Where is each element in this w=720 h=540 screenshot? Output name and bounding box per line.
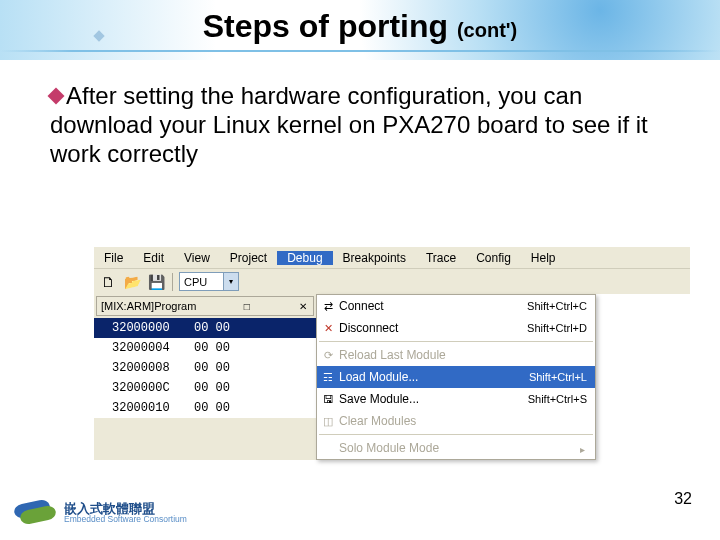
menu-save-module[interactable]: 🖫 Save Module... Shift+Ctrl+S — [317, 388, 595, 410]
menu-disconnect[interactable]: ✕ Disconnect Shift+Ctrl+D — [317, 317, 595, 339]
menu-shortcut: Shift+Ctrl+S — [528, 393, 587, 405]
separator — [172, 273, 173, 291]
page-number: 32 — [674, 490, 692, 508]
memory-row[interactable]: 3200000C 00 00 — [94, 378, 316, 398]
memory-table: 32000000 00 00 32000004 00 00 32000008 0… — [94, 318, 316, 418]
menu-shortcut: Shift+Ctrl+L — [529, 371, 587, 383]
title-sub: (cont') — [457, 19, 517, 41]
dropdown-arrow-icon: ▾ — [223, 273, 238, 290]
connect-icon: ⇄ — [317, 300, 339, 313]
logo-en: Embedded Software Consortium — [64, 515, 187, 524]
menu-load-module[interactable]: ☶ Load Module... Shift+Ctrl+L — [317, 366, 595, 388]
memory-row[interactable]: 32000000 00 00 — [94, 318, 316, 338]
program-title: [MIX:ARM]Program — [101, 300, 196, 312]
program-pane: [MIX:ARM]Program □ ✕ 32000000 00 00 3200… — [94, 294, 316, 460]
menu-shortcut: Shift+Ctrl+C — [527, 300, 587, 312]
mem-addr: 32000010 — [94, 401, 194, 415]
menu-label: Solo Module Mode — [339, 441, 587, 455]
memory-row[interactable]: 32000004 00 00 — [94, 338, 316, 358]
debug-dropdown: ⇄ Connect Shift+Ctrl+C ✕ Disconnect Shif… — [316, 294, 596, 460]
menu-shortcut: Shift+Ctrl+D — [527, 322, 587, 334]
menu-solo-mode: Solo Module Mode — [317, 437, 595, 459]
menu-label: Load Module... — [339, 370, 529, 384]
slide-title: Steps of porting (cont') — [0, 8, 720, 45]
menubar: File Edit View Project Debug Breakpoints… — [94, 246, 690, 268]
mem-addr: 3200000C — [94, 381, 194, 395]
content-row: [MIX:ARM]Program □ ✕ 32000000 00 00 3200… — [94, 294, 690, 460]
ide-screenshot: File Edit View Project Debug Breakpoints… — [94, 246, 690, 460]
body-text: After setting the hardware configuration… — [50, 82, 648, 167]
close-icon[interactable]: ✕ — [297, 301, 309, 312]
mem-hex: 00 00 — [194, 321, 316, 335]
mem-addr: 32000000 — [94, 321, 194, 335]
menu-debug[interactable]: Debug — [277, 251, 332, 265]
logo-text: 嵌入式軟體聯盟 Embedded Software Consortium — [64, 502, 187, 524]
menu-label: Clear Modules — [339, 414, 587, 428]
mem-addr: 32000004 — [94, 341, 194, 355]
menu-clear-modules: ◫ Clear Modules — [317, 410, 595, 432]
top-divider — [0, 50, 720, 52]
menu-file[interactable]: File — [94, 251, 133, 265]
disconnect-icon: ✕ — [317, 322, 339, 335]
save-icon[interactable]: 💾 — [146, 272, 166, 292]
menu-config[interactable]: Config — [466, 251, 521, 265]
program-titlebar: [MIX:ARM]Program □ ✕ — [96, 296, 314, 316]
save-module-icon: 🖫 — [317, 393, 339, 405]
body-paragraph: After setting the hardware configuration… — [50, 82, 690, 168]
menu-breakpoints[interactable]: Breakpoints — [333, 251, 416, 265]
mem-addr: 32000008 — [94, 361, 194, 375]
mem-hex: 00 00 — [194, 401, 316, 415]
cpu-label: CPU — [180, 276, 223, 288]
mem-hex: 00 00 — [194, 341, 316, 355]
menu-separator — [319, 434, 593, 435]
menu-label: Disconnect — [339, 321, 527, 335]
clear-modules-icon: ◫ — [317, 415, 339, 428]
menu-help[interactable]: Help — [521, 251, 566, 265]
menu-separator — [319, 341, 593, 342]
logo-mark — [14, 498, 56, 528]
menu-connect[interactable]: ⇄ Connect Shift+Ctrl+C — [317, 295, 595, 317]
memory-row[interactable]: 32000010 00 00 — [94, 398, 316, 418]
menu-label: Reload Last Module — [339, 348, 587, 362]
footer-logo: 嵌入式軟體聯盟 Embedded Software Consortium — [14, 498, 187, 528]
title-main: Steps of porting — [203, 8, 457, 44]
menu-label: Save Module... — [339, 392, 528, 406]
new-file-icon[interactable]: 🗋 — [98, 272, 118, 292]
mem-hex: 00 00 — [194, 361, 316, 375]
memory-row[interactable]: 32000008 00 00 — [94, 358, 316, 378]
menu-reload-last: ⟳ Reload Last Module — [317, 344, 595, 366]
open-folder-icon[interactable]: 📂 — [122, 272, 142, 292]
mem-hex: 00 00 — [194, 381, 316, 395]
maximize-icon[interactable]: □ — [242, 301, 252, 312]
menu-label: Connect — [339, 299, 527, 313]
load-module-icon: ☶ — [317, 371, 339, 384]
cpu-dropdown[interactable]: CPU ▾ — [179, 272, 239, 291]
toolbar: 🗋 📂 💾 CPU ▾ — [94, 268, 690, 294]
menu-project[interactable]: Project — [220, 251, 277, 265]
menu-view[interactable]: View — [174, 251, 220, 265]
bullet-icon — [48, 88, 65, 105]
reload-icon: ⟳ — [317, 349, 339, 362]
menu-edit[interactable]: Edit — [133, 251, 174, 265]
menu-trace[interactable]: Trace — [416, 251, 466, 265]
